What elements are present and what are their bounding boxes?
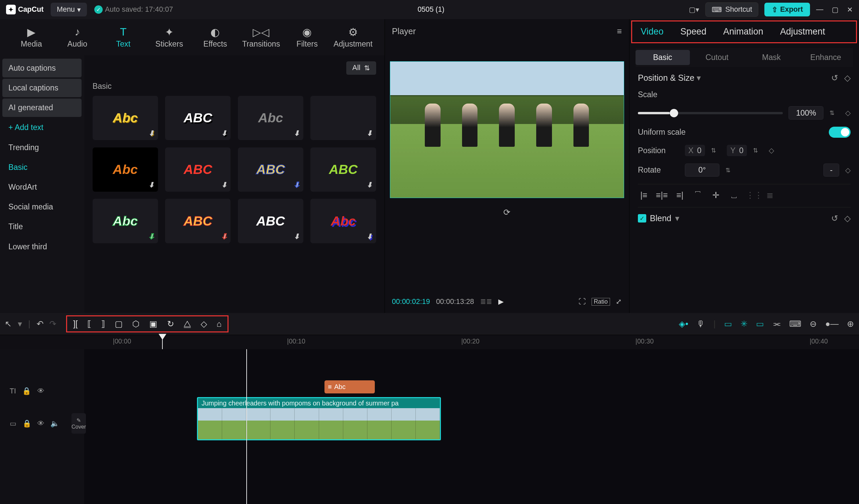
chevron-down-icon[interactable]: ▾ <box>697 73 701 82</box>
nav-media[interactable]: ▶Media <box>9 26 54 49</box>
redo-button[interactable]: ↷ <box>49 319 56 329</box>
preview-canvas[interactable] <box>390 61 624 198</box>
trim-right-icon[interactable]: ⟧ <box>101 319 105 329</box>
download-icon[interactable]: ⬇ <box>221 180 227 189</box>
side-chip-local-captions[interactable]: Local captions <box>2 79 81 97</box>
download-icon[interactable]: ⬇ <box>293 129 300 138</box>
download-icon[interactable]: ⬇ <box>293 180 300 189</box>
lock-icon[interactable]: 🔒 <box>22 419 32 428</box>
align-left-icon[interactable]: |≡ <box>638 190 650 200</box>
side-item-basic[interactable]: Basic <box>2 158 81 177</box>
download-icon[interactable]: ⬇ <box>366 180 373 189</box>
link-icon[interactable]: ⫘ <box>772 319 781 329</box>
keyframe-icon[interactable]: ◇ <box>844 73 850 83</box>
track-body[interactable]: ≡ Abc Jumping cheerleaders with pompoms … <box>84 349 859 504</box>
align-bottom-icon[interactable]: ⎵ <box>728 190 740 200</box>
nav-filters[interactable]: ◉Filters <box>284 26 330 49</box>
chevron-down-icon[interactable]: ▾ <box>18 319 22 329</box>
side-chip-auto-captions[interactable]: Auto captions <box>2 59 81 77</box>
split-icon[interactable]: ]​[ <box>73 319 78 329</box>
maximize-button[interactable]: ▢ <box>832 5 839 14</box>
download-icon[interactable]: ⬇ <box>221 129 227 138</box>
focus-icon[interactable]: ⛶ <box>578 297 586 306</box>
nav-audio[interactable]: ♪Audio <box>54 26 100 49</box>
text-style-0[interactable]: Abc⬇ <box>93 96 158 140</box>
play-button[interactable]: ▶ <box>498 297 504 306</box>
side-item-wordart[interactable]: WordArt <box>2 178 81 197</box>
reset-icon[interactable]: ↺ <box>831 214 838 223</box>
inspector-subtab-enhance[interactable]: Enhance <box>799 50 853 65</box>
inspector-tab-animation[interactable]: Animation <box>723 27 763 37</box>
eye-icon[interactable]: 👁 <box>37 387 44 395</box>
position-y-input[interactable]: Y0 <box>727 145 747 156</box>
text-style-9[interactable]: ABC⬇ <box>165 199 230 243</box>
keyframe-icon[interactable]: ◇ <box>845 166 850 175</box>
text-clip[interactable]: ≡ Abc <box>325 380 375 393</box>
keyframe-icon[interactable]: ◇ <box>844 214 850 223</box>
undo-button[interactable]: ↶ <box>36 319 44 329</box>
rotate-value[interactable]: 0° <box>685 163 720 177</box>
side-item-title[interactable]: Title <box>2 218 81 236</box>
text-style-5[interactable]: ABC⬇ <box>165 147 230 192</box>
menu-button[interactable]: Menu ▾ <box>51 3 87 16</box>
align-center-v-icon[interactable]: ✛ <box>710 190 722 200</box>
snap-1-icon[interactable]: ▭ <box>724 319 732 329</box>
position-x-input[interactable]: X0 <box>685 145 705 156</box>
zoom-out-icon[interactable]: ⊖ <box>810 319 817 329</box>
keyframe-icon[interactable]: ◇ <box>845 109 850 117</box>
download-icon[interactable]: ⬇ <box>148 129 154 138</box>
nav-transitions[interactable]: ▷◁Transitions <box>238 26 284 49</box>
ratio-button[interactable]: Ratio <box>591 298 610 305</box>
selection-tool-icon[interactable]: ↖ <box>5 319 12 329</box>
nav-effects[interactable]: ◐Effects <box>192 26 238 49</box>
mic-icon[interactable]: 🎙 <box>697 319 705 329</box>
video-clip[interactable]: Jumping cheerleaders with pompoms on bac… <box>197 397 441 440</box>
fullscreen-icon[interactable]: ⤢ <box>616 297 622 306</box>
mirror-icon[interactable]: ⧋ <box>183 319 191 329</box>
side-item-trending[interactable]: Trending <box>2 138 81 157</box>
download-icon[interactable]: ⬇ <box>366 129 373 138</box>
zoom-slider[interactable]: ●— <box>825 319 839 329</box>
download-icon[interactable]: ⬇ <box>221 232 227 241</box>
inspector-tab-video[interactable]: Video <box>641 27 663 37</box>
shield-icon[interactable]: ⬡ <box>132 319 140 329</box>
text-style-2[interactable]: Abc⬇ <box>238 96 303 140</box>
side-add-text[interactable]: Add text <box>2 118 81 137</box>
keyboard-icon[interactable]: ⌨ <box>789 319 801 329</box>
uniform-scale-toggle[interactable] <box>829 127 850 137</box>
inspector-subtab-basic[interactable]: Basic <box>635 50 690 65</box>
reverse-icon[interactable]: ↻ <box>167 319 174 329</box>
download-icon[interactable]: ⬇ <box>148 180 154 189</box>
scale-slider[interactable] <box>638 112 783 114</box>
eye-icon[interactable]: 👁 <box>37 419 44 428</box>
side-item-lower-third[interactable]: Lower third <box>2 237 81 256</box>
playhead-line[interactable] <box>246 349 247 504</box>
rotate-dial[interactable]: - <box>824 163 839 177</box>
close-button[interactable]: ✕ <box>847 5 853 14</box>
align-center-h-icon[interactable]: ≡|≡ <box>656 190 668 200</box>
reset-icon[interactable]: ↺ <box>831 73 838 83</box>
levels-icon[interactable]: ≣≣ <box>480 297 492 306</box>
download-icon[interactable]: ⬇ <box>293 232 300 241</box>
frame-icon[interactable]: ▣ <box>149 319 157 329</box>
auto-tool-icon[interactable]: ◈• <box>679 319 688 329</box>
nav-stickers[interactable]: ✦Stickers <box>146 26 192 49</box>
mute-icon[interactable]: 🔈 <box>50 419 59 428</box>
snap-2-icon[interactable]: ✳ <box>741 319 748 329</box>
snap-3-icon[interactable]: ▭ <box>756 319 764 329</box>
align-top-icon[interactable]: ⎴ <box>692 190 704 200</box>
scale-value[interactable]: 100% <box>788 106 824 120</box>
preview-menu-icon[interactable]: ≡ <box>617 27 622 36</box>
shortcut-button[interactable]: ⌨ Shortcut <box>705 2 758 16</box>
text-style-6[interactable]: ABC⬇ <box>238 147 303 192</box>
delete-icon[interactable]: ▢ <box>115 319 123 329</box>
timeline-ruler[interactable]: |00:00|00:10|00:20|00:30|00:40 <box>0 335 859 349</box>
playhead[interactable] <box>162 335 163 349</box>
nav-text[interactable]: TText <box>100 26 146 49</box>
inspector-tab-adjustment[interactable]: Adjustment <box>780 27 825 37</box>
keyframe-icon[interactable]: ◇ <box>769 146 774 155</box>
scale-stepper[interactable]: ⇅ <box>829 109 839 116</box>
text-style-10[interactable]: ABC⬇ <box>238 199 303 243</box>
sync-icon[interactable]: ⟳ <box>503 207 510 217</box>
export-button[interactable]: ⇧ Export <box>764 3 810 16</box>
